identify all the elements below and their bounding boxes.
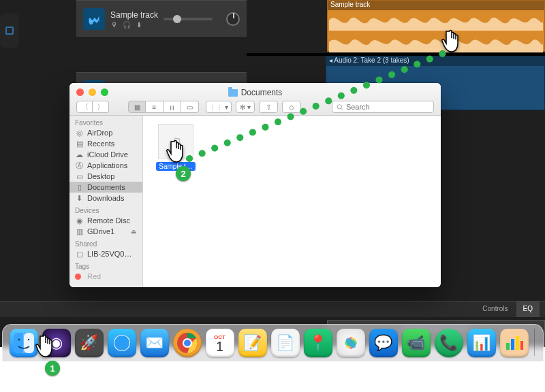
search-field[interactable] (332, 101, 434, 113)
drive-icon: ▥ (75, 227, 84, 235)
window-title: Documents (69, 88, 441, 97)
audio-file-icon: ♫ (158, 124, 193, 159)
nav-back-forward[interactable]: 〈 〉 (76, 101, 109, 113)
finder-titlebar[interactable]: Documents 〈 〉 ▦ ≡ ⫼ ▭ ⋮⋮ ▾ ✻ ▾ ⇧ ◇ (69, 83, 441, 116)
pan-knob[interactable] (226, 12, 240, 26)
svg-point-8 (27, 339, 29, 340)
tags-button[interactable]: ◇ (282, 101, 301, 113)
icon-view-button[interactable]: ▦ (128, 101, 146, 113)
calendar-day: 1 (216, 340, 223, 353)
sidebar-heading-shared: Shared (69, 237, 142, 248)
back-button[interactable]: 〈 (76, 101, 93, 113)
sidebar-item-shared[interactable]: ▢LIB-25VQ0… (69, 248, 142, 259)
file-item-sample[interactable]: ♫ Sample t… (154, 124, 198, 174)
sidebar-item-downloads[interactable]: ⬇Downloads (69, 193, 142, 203)
dock-app-siri[interactable]: ◉ (42, 329, 71, 357)
folder-icon (228, 89, 238, 97)
dock-app-facetime[interactable]: 📹 (402, 329, 431, 357)
region-header: Sample track (328, 1, 544, 10)
waveform-top (329, 10, 543, 31)
svg-point-7 (18, 339, 19, 340)
waveform-bottom (329, 32, 543, 52)
track-mini-buttons[interactable]: 🎙🎧⬇ (110, 21, 158, 29)
list-view-button[interactable]: ≡ (146, 101, 164, 113)
dock-app-messages[interactable]: 💬 (369, 329, 398, 357)
tab-controls[interactable]: Controls (476, 301, 514, 317)
dock-app-chrome[interactable] (173, 329, 202, 357)
applications-icon: Ⓐ (75, 161, 84, 169)
svg-line-1 (341, 108, 343, 110)
downloads-icon: ⬇ (75, 194, 84, 202)
desktop-icon: ▭ (75, 172, 84, 180)
tag-dot-red (75, 274, 81, 280)
sidebar-item-remote-disc[interactable]: ◉Remote Disc (69, 215, 142, 226)
airdrop-icon: ◎ (75, 129, 84, 137)
dock-app-mail[interactable]: ✉️ (140, 329, 169, 357)
step-badge-1: 1 (45, 361, 60, 376)
dock-app-maps[interactable]: 📍 (304, 329, 332, 357)
svg-rect-4 (24, 333, 34, 353)
dock-app-numbers[interactable] (500, 329, 529, 357)
column-view-button[interactable]: ⫼ (164, 101, 181, 113)
svg-rect-21 (520, 341, 523, 350)
forward-button[interactable]: 〉 (93, 101, 109, 113)
dock-app-safari[interactable] (108, 329, 136, 357)
tool-strip[interactable] (0, 14, 19, 48)
audio-region-sample[interactable]: Sample track (327, 0, 545, 52)
view-mode-buttons: ▦ ≡ ⫼ ▭ (128, 101, 199, 113)
bottom-white-band (0, 357, 545, 392)
dock-app-pages[interactable]: 📄 (271, 329, 300, 357)
dock-app-keynote[interactable]: 📊 (467, 329, 496, 357)
bottom-tab-strip: Controls EQ (0, 301, 545, 317)
dock-separator (534, 329, 535, 356)
sidebar-item-airdrop[interactable]: ◎AirDrop (69, 127, 142, 138)
audio-track-icon (83, 8, 105, 30)
recents-icon: ▤ (75, 140, 84, 148)
share-button[interactable]: ⇧ (259, 101, 278, 113)
finder-sidebar: Favorites ◎AirDrop ▤Recents ☁iCloud Driv… (69, 116, 143, 287)
finder-content[interactable]: ♫ Sample t… (143, 116, 441, 287)
gallery-view-button[interactable]: ▭ (181, 101, 199, 113)
sidebar-item-icloud[interactable]: ☁iCloud Drive (69, 149, 142, 160)
dock-app-calendar[interactable]: OCT 1 (206, 329, 234, 357)
sidebar-heading-favorites: Favorites (69, 116, 142, 127)
region-header: ◂ Audio 2: Take 2 (3 takes) (326, 56, 544, 66)
volume-slider[interactable] (164, 18, 213, 20)
sidebar-item-gdrive[interactable]: ▥GDrive1⏏ (69, 226, 142, 237)
tab-eq[interactable]: EQ (516, 301, 540, 317)
dock-app-photos[interactable] (337, 329, 365, 357)
eject-icon[interactable]: ⏏ (131, 228, 137, 235)
sidebar-item-applications[interactable]: ⒶApplications (69, 160, 142, 171)
sidebar-heading-tags: Tags (69, 259, 142, 271)
svg-point-13 (184, 340, 191, 346)
arrange-button[interactable]: ⋮⋮ ▾ (206, 101, 232, 113)
dock: ◉ 🚀 ✉️ OCT 1 📝 📄 📍 💬 📹 📞 📊 (2, 324, 544, 361)
search-icon (337, 103, 343, 111)
step-badge-2: 2 (176, 166, 191, 181)
action-button[interactable]: ✻ ▾ (236, 101, 255, 113)
sidebar-heading-devices: Devices (69, 203, 142, 215)
svg-point-10 (114, 336, 129, 350)
computer-icon: ▢ (75, 250, 84, 258)
dock-app-notes[interactable]: 📝 (238, 329, 267, 357)
search-input[interactable] (346, 103, 429, 111)
svg-rect-20 (516, 336, 519, 350)
sidebar-item-tag-red[interactable]: Red (69, 271, 142, 282)
documents-icon: ▯ (75, 183, 84, 191)
dock-app-launchpad[interactable]: 🚀 (75, 329, 104, 357)
track-header-1[interactable]: Sample track 🎙🎧⬇ (76, 0, 247, 38)
svg-rect-19 (511, 339, 514, 350)
sidebar-item-documents[interactable]: ▯Documents (69, 182, 142, 193)
dock-app-phone[interactable]: 📞 (435, 329, 463, 357)
svg-rect-18 (506, 343, 510, 350)
cloud-icon: ☁ (75, 150, 84, 159)
track-name-1: Sample track (110, 10, 158, 20)
disc-icon: ◉ (75, 216, 84, 225)
svg-point-0 (337, 104, 341, 108)
finder-window[interactable]: Documents 〈 〉 ▦ ≡ ⫼ ▭ ⋮⋮ ▾ ✻ ▾ ⇧ ◇ Favor… (69, 83, 441, 287)
dock-area: ◉ 🚀 ✉️ OCT 1 📝 📄 📍 💬 📹 📞 📊 (0, 318, 545, 361)
sidebar-item-desktop[interactable]: ▭Desktop (69, 171, 142, 182)
sidebar-item-recents[interactable]: ▤Recents (69, 138, 142, 149)
dock-app-finder[interactable] (10, 329, 38, 357)
